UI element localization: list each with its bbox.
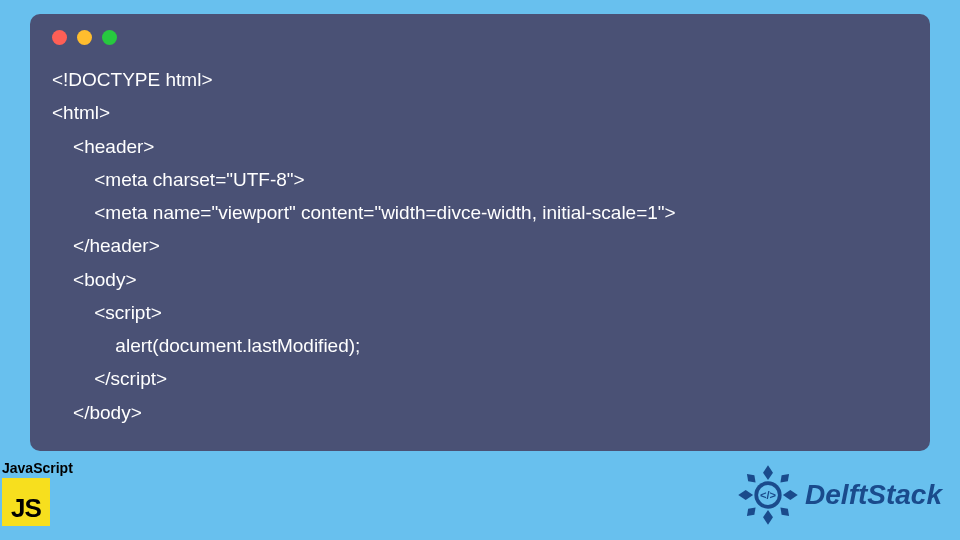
javascript-logo-text: JS [11, 493, 41, 524]
svg-marker-2 [738, 490, 753, 500]
svg-text:</>: </> [760, 489, 777, 501]
minimize-dot-icon [77, 30, 92, 45]
delftstack-name: DelftStack [805, 479, 942, 511]
javascript-label: JavaScript [2, 460, 73, 476]
svg-marker-0 [763, 465, 773, 480]
window-controls [52, 30, 908, 45]
svg-marker-3 [783, 490, 798, 500]
code-window: <!DOCTYPE html> <html> <header> <meta ch… [30, 14, 930, 451]
svg-marker-4 [747, 474, 756, 483]
svg-marker-1 [763, 510, 773, 525]
javascript-badge: JavaScript JS [2, 460, 73, 526]
javascript-logo-icon: JS [2, 478, 50, 526]
close-dot-icon [52, 30, 67, 45]
svg-marker-5 [780, 474, 789, 483]
delftstack-logo-icon: </> [737, 464, 799, 526]
maximize-dot-icon [102, 30, 117, 45]
code-block: <!DOCTYPE html> <html> <header> <meta ch… [52, 63, 908, 429]
svg-marker-6 [747, 507, 756, 516]
svg-marker-7 [780, 507, 789, 516]
delftstack-brand: </> DelftStack [737, 464, 942, 526]
